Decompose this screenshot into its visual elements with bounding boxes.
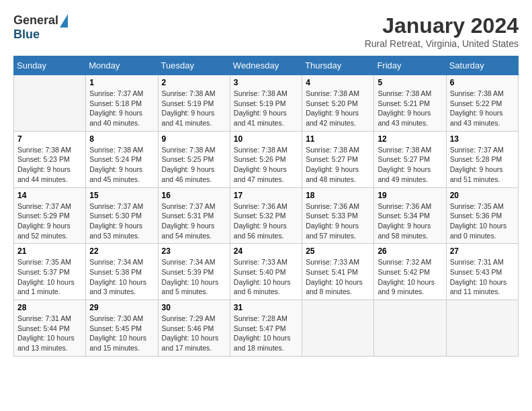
day-number: 26	[378, 246, 442, 256]
day-number: 19	[378, 191, 442, 200]
calendar-header: SundayMondayTuesdayWednesdayThursdayFrid…	[14, 56, 519, 75]
calendar-cell	[14, 75, 86, 132]
day-number: 18	[306, 191, 370, 200]
calendar-cell: 22Sunrise: 7:34 AM Sunset: 5:38 PM Dayli…	[86, 244, 158, 300]
day-info: Sunrise: 7:34 AM Sunset: 5:38 PM Dayligh…	[89, 257, 154, 297]
day-number: 7	[17, 134, 82, 144]
calendar-cell: 31Sunrise: 7:28 AM Sunset: 5:47 PM Dayli…	[230, 300, 302, 357]
calendar-cell: 13Sunrise: 7:37 AM Sunset: 5:28 PM Dayli…	[446, 131, 518, 187]
day-info: Sunrise: 7:38 AM Sunset: 5:19 PM Dayligh…	[162, 89, 226, 128]
day-info: Sunrise: 7:37 AM Sunset: 5:28 PM Dayligh…	[450, 145, 515, 185]
day-info: Sunrise: 7:36 AM Sunset: 5:34 PM Dayligh…	[378, 201, 442, 241]
day-number: 1	[89, 78, 154, 87]
day-info: Sunrise: 7:37 AM Sunset: 5:31 PM Dayligh…	[162, 201, 226, 241]
weekday-header-wednesday: Wednesday	[230, 56, 302, 75]
day-number: 10	[234, 134, 298, 144]
logo-blue-text: Blue	[13, 28, 68, 42]
weekday-row: SundayMondayTuesdayWednesdayThursdayFrid…	[14, 56, 519, 75]
day-number: 25	[306, 246, 370, 256]
day-info: Sunrise: 7:38 AM Sunset: 5:22 PM Dayligh…	[450, 89, 515, 128]
weekday-header-saturday: Saturday	[446, 56, 518, 75]
calendar-cell: 9Sunrise: 7:38 AM Sunset: 5:25 PM Daylig…	[158, 131, 230, 187]
day-info: Sunrise: 7:38 AM Sunset: 5:27 PM Dayligh…	[378, 145, 442, 185]
day-info: Sunrise: 7:38 AM Sunset: 5:19 PM Dayligh…	[234, 89, 298, 128]
calendar-cell	[302, 300, 374, 357]
calendar-table: SundayMondayTuesdayWednesdayThursdayFrid…	[13, 56, 519, 357]
calendar-cell	[446, 300, 518, 357]
logo-general-text: General	[13, 13, 58, 28]
day-number: 4	[306, 78, 370, 87]
calendar-cell: 18Sunrise: 7:36 AM Sunset: 5:33 PM Dayli…	[302, 187, 374, 244]
day-number: 5	[378, 78, 442, 87]
day-number: 28	[17, 303, 82, 312]
day-number: 29	[89, 303, 154, 312]
calendar-cell: 2Sunrise: 7:38 AM Sunset: 5:19 PM Daylig…	[158, 75, 230, 132]
day-info: Sunrise: 7:36 AM Sunset: 5:32 PM Dayligh…	[234, 201, 298, 241]
day-number: 31	[234, 303, 298, 312]
day-info: Sunrise: 7:38 AM Sunset: 5:21 PM Dayligh…	[378, 89, 442, 128]
calendar-cell: 12Sunrise: 7:38 AM Sunset: 5:27 PM Dayli…	[374, 131, 446, 187]
location-text: Rural Retreat, Virginia, United States	[365, 38, 519, 49]
weekday-header-sunday: Sunday	[14, 56, 86, 75]
calendar-cell: 24Sunrise: 7:33 AM Sunset: 5:40 PM Dayli…	[230, 244, 302, 300]
day-number: 8	[89, 134, 154, 144]
day-info: Sunrise: 7:37 AM Sunset: 5:30 PM Dayligh…	[89, 201, 154, 241]
calendar-week-2: 7Sunrise: 7:38 AM Sunset: 5:23 PM Daylig…	[14, 131, 519, 187]
calendar-cell: 25Sunrise: 7:33 AM Sunset: 5:41 PM Dayli…	[302, 244, 374, 300]
day-info: Sunrise: 7:38 AM Sunset: 5:27 PM Dayligh…	[306, 145, 370, 185]
calendar-cell: 14Sunrise: 7:37 AM Sunset: 5:29 PM Dayli…	[14, 187, 86, 244]
title-block: January 2024 Rural Retreat, Virginia, Un…	[365, 13, 519, 49]
day-number: 30	[162, 303, 226, 312]
calendar-cell: 11Sunrise: 7:38 AM Sunset: 5:27 PM Dayli…	[302, 131, 374, 187]
day-number: 13	[450, 134, 515, 144]
calendar-cell: 20Sunrise: 7:35 AM Sunset: 5:36 PM Dayli…	[446, 187, 518, 244]
day-number: 9	[162, 134, 226, 144]
calendar-cell: 8Sunrise: 7:38 AM Sunset: 5:24 PM Daylig…	[86, 131, 158, 187]
calendar-week-3: 14Sunrise: 7:37 AM Sunset: 5:29 PM Dayli…	[14, 187, 519, 244]
day-number: 22	[89, 246, 154, 256]
calendar-cell: 1Sunrise: 7:37 AM Sunset: 5:18 PM Daylig…	[86, 75, 158, 132]
day-info: Sunrise: 7:35 AM Sunset: 5:37 PM Dayligh…	[17, 257, 82, 297]
weekday-header-monday: Monday	[86, 56, 158, 75]
day-info: Sunrise: 7:38 AM Sunset: 5:23 PM Dayligh…	[17, 145, 82, 185]
weekday-header-tuesday: Tuesday	[158, 56, 230, 75]
day-info: Sunrise: 7:31 AM Sunset: 5:43 PM Dayligh…	[450, 257, 515, 297]
day-number: 6	[450, 78, 515, 87]
day-info: Sunrise: 7:31 AM Sunset: 5:44 PM Dayligh…	[17, 314, 82, 353]
day-info: Sunrise: 7:38 AM Sunset: 5:24 PM Dayligh…	[89, 145, 154, 185]
calendar-cell: 23Sunrise: 7:34 AM Sunset: 5:39 PM Dayli…	[158, 244, 230, 300]
day-number: 3	[234, 78, 298, 87]
weekday-header-thursday: Thursday	[302, 56, 374, 75]
day-info: Sunrise: 7:36 AM Sunset: 5:33 PM Dayligh…	[306, 201, 370, 241]
day-number: 21	[17, 246, 82, 256]
calendar-week-5: 28Sunrise: 7:31 AM Sunset: 5:44 PM Dayli…	[14, 300, 519, 357]
calendar-cell: 5Sunrise: 7:38 AM Sunset: 5:21 PM Daylig…	[374, 75, 446, 132]
calendar-cell: 29Sunrise: 7:30 AM Sunset: 5:45 PM Dayli…	[86, 300, 158, 357]
day-number: 20	[450, 191, 515, 200]
calendar-cell: 21Sunrise: 7:35 AM Sunset: 5:37 PM Dayli…	[14, 244, 86, 300]
calendar-cell: 6Sunrise: 7:38 AM Sunset: 5:22 PM Daylig…	[446, 75, 518, 132]
day-info: Sunrise: 7:33 AM Sunset: 5:40 PM Dayligh…	[234, 257, 298, 297]
day-info: Sunrise: 7:38 AM Sunset: 5:25 PM Dayligh…	[162, 145, 226, 185]
calendar-cell: 16Sunrise: 7:37 AM Sunset: 5:31 PM Dayli…	[158, 187, 230, 244]
day-info: Sunrise: 7:38 AM Sunset: 5:20 PM Dayligh…	[306, 89, 370, 128]
day-info: Sunrise: 7:28 AM Sunset: 5:47 PM Dayligh…	[234, 314, 298, 353]
calendar-cell	[374, 300, 446, 357]
calendar-cell: 15Sunrise: 7:37 AM Sunset: 5:30 PM Dayli…	[86, 187, 158, 244]
day-number: 15	[89, 191, 154, 200]
day-info: Sunrise: 7:33 AM Sunset: 5:41 PM Dayligh…	[306, 257, 370, 297]
day-info: Sunrise: 7:30 AM Sunset: 5:45 PM Dayligh…	[89, 314, 154, 353]
calendar-cell: 7Sunrise: 7:38 AM Sunset: 5:23 PM Daylig…	[14, 131, 86, 187]
day-info: Sunrise: 7:35 AM Sunset: 5:36 PM Dayligh…	[450, 201, 515, 241]
day-info: Sunrise: 7:38 AM Sunset: 5:26 PM Dayligh…	[234, 145, 298, 185]
calendar-week-4: 21Sunrise: 7:35 AM Sunset: 5:37 PM Dayli…	[14, 244, 519, 300]
month-title: January 2024	[365, 13, 519, 38]
calendar-cell: 3Sunrise: 7:38 AM Sunset: 5:19 PM Daylig…	[230, 75, 302, 132]
day-number: 17	[234, 191, 298, 200]
day-info: Sunrise: 7:29 AM Sunset: 5:46 PM Dayligh…	[162, 314, 226, 353]
logo: General Blue	[13, 13, 68, 42]
calendar-cell: 27Sunrise: 7:31 AM Sunset: 5:43 PM Dayli…	[446, 244, 518, 300]
day-info: Sunrise: 7:37 AM Sunset: 5:18 PM Dayligh…	[89, 89, 154, 128]
calendar-week-1: 1Sunrise: 7:37 AM Sunset: 5:18 PM Daylig…	[14, 75, 519, 132]
calendar-cell: 28Sunrise: 7:31 AM Sunset: 5:44 PM Dayli…	[14, 300, 86, 357]
